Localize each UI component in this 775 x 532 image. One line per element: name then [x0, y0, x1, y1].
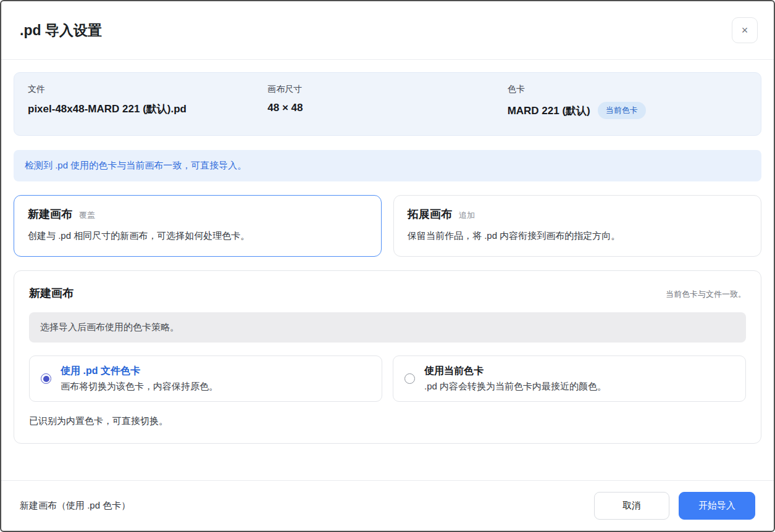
- builtin-palette-footnote: 已识别为内置色卡，可直接切换。: [29, 415, 746, 427]
- file-info-panel: 文件 pixel-48x48-MARD 221 (默认).pd 画布尺寸 48 …: [14, 72, 761, 136]
- import-mode-row: 新建画布 覆盖 创建与 .pd 相同尺寸的新画布，可选择如何处理色卡。 拓展画布…: [14, 195, 761, 257]
- file-value: pixel-48x48-MARD 221 (默认).pd: [28, 102, 267, 116]
- dialog-header: .pd 导入设置 ×: [1, 1, 774, 60]
- selection-summary: 新建画布（使用 .pd 色卡）: [20, 500, 130, 512]
- option-use-pd-palette[interactable]: 使用 .pd 文件色卡 画布将切换为该色卡，内容保持原色。: [29, 355, 382, 402]
- file-info-palette: 色卡 MARD 221 (默认) 当前色卡: [508, 84, 747, 119]
- dialog-footer: 新建画布（使用 .pd 色卡） 取消 开始导入: [1, 480, 774, 531]
- mode-expand-canvas-desc: 保留当前作品，将 .pd 内容衔接到画布的指定方向。: [408, 230, 747, 242]
- radio-unchecked-icon[interactable]: [404, 373, 415, 384]
- mode-expand-canvas-tag: 追加: [459, 210, 475, 221]
- canvas-size-value: 48 × 48: [267, 102, 507, 114]
- new-canvas-settings-panel: 新建画布 当前色卡与文件一致。 选择导入后画布使用的色卡策略。 使用 .pd 文…: [14, 270, 761, 444]
- mode-new-canvas-desc: 创建与 .pd 相同尺寸的新画布，可选择如何处理色卡。: [28, 230, 367, 242]
- close-button[interactable]: ×: [732, 17, 758, 43]
- radio-checked-icon[interactable]: [41, 373, 51, 384]
- palette-match-status: 当前色卡与文件一致。: [666, 289, 746, 300]
- option-use-current-palette[interactable]: 使用当前色卡 .pd 内容会转换为当前色卡内最接近的颜色。: [393, 355, 746, 402]
- option-use-pd-palette-desc: 画布将切换为该色卡，内容保持原色。: [61, 381, 218, 393]
- palette-label: 色卡: [508, 84, 747, 95]
- option-use-current-palette-desc: .pd 内容会转换为当前色卡内最接近的颜色。: [424, 381, 606, 393]
- current-palette-badge: 当前色卡: [598, 102, 646, 119]
- mode-card-new-canvas[interactable]: 新建画布 覆盖 创建与 .pd 相同尺寸的新画布，可选择如何处理色卡。: [14, 195, 382, 257]
- palette-value: MARD 221 (默认): [508, 104, 590, 118]
- dialog-title: .pd 导入设置: [20, 21, 102, 40]
- file-info-file: 文件 pixel-48x48-MARD 221 (默认).pd: [28, 84, 267, 119]
- mode-new-canvas-tag: 覆盖: [79, 210, 95, 221]
- palette-option-row: 使用 .pd 文件色卡 画布将切换为该色卡，内容保持原色。 使用当前色卡 .pd…: [29, 355, 746, 402]
- file-info-canvas-size: 画布尺寸 48 × 48: [267, 84, 507, 119]
- palette-strategy-hint: 选择导入后画布使用的色卡策略。: [29, 312, 746, 343]
- canvas-size-label: 画布尺寸: [267, 84, 507, 95]
- palette-match-notice: 检测到 .pd 使用的色卡与当前画布一致，可直接导入。: [14, 150, 761, 181]
- close-icon: ×: [742, 25, 748, 36]
- mode-card-expand-canvas[interactable]: 拓展画布 追加 保留当前作品，将 .pd 内容衔接到画布的指定方向。: [393, 195, 761, 257]
- pd-import-dialog: .pd 导入设置 × 文件 pixel-48x48-MARD 221 (默认).…: [0, 0, 775, 532]
- file-label: 文件: [28, 84, 267, 95]
- dialog-content: 文件 pixel-48x48-MARD 221 (默认).pd 画布尺寸 48 …: [1, 60, 774, 480]
- mode-new-canvas-title: 新建画布: [28, 207, 72, 222]
- option-use-current-palette-title: 使用当前色卡: [424, 365, 606, 378]
- start-import-button[interactable]: 开始导入: [679, 492, 755, 520]
- cancel-button[interactable]: 取消: [594, 492, 669, 520]
- mode-expand-canvas-title: 拓展画布: [408, 207, 452, 222]
- panel-title: 新建画布: [29, 286, 73, 301]
- option-use-pd-palette-title: 使用 .pd 文件色卡: [61, 365, 218, 378]
